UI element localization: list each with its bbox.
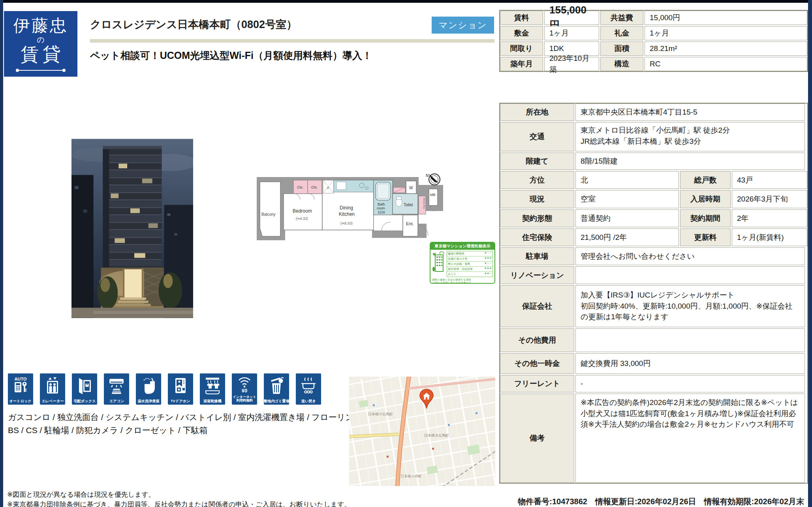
structure-label: 構造 xyxy=(600,57,643,71)
page-border-top xyxy=(0,0,812,3)
onetime-value: 鍵交換費用 33,000円 xyxy=(575,353,805,374)
certificate-title: 東京都マンション環境性能表示 xyxy=(430,243,494,250)
guarantor-value: 加入要【IRS③】IUCレジデンシャルサポート 初回契約時:40%、更新時:10… xyxy=(575,285,805,327)
table-row: その他費用 xyxy=(500,328,807,352)
icon-label-line2: 利用料無料 xyxy=(233,399,256,403)
floorplan-mb-label: MB xyxy=(430,193,436,197)
status-value: 空室 xyxy=(575,190,679,208)
contract-term-label: 契約期間 xyxy=(680,209,731,227)
cert-row-label: みどり xyxy=(447,272,481,277)
map-district-label: 日本橋小舟町 xyxy=(400,474,422,478)
tv-doorphone-icon: TVドアホン xyxy=(168,373,193,405)
cert-row-label: 建物の断熱性 xyxy=(447,251,481,256)
fee-value: 15,000円 xyxy=(645,11,807,25)
icon-label: 浴室乾燥機 xyxy=(203,399,222,403)
floors-value: 8階/15階建 xyxy=(575,153,805,170)
access-label: 交通 xyxy=(500,122,574,151)
internet-free-icon: ¥0 インターネット 利用料無料 xyxy=(232,373,257,405)
access-line2: JR総武本線「新日本橋」駅 徒歩3分 xyxy=(581,136,800,147)
freerent-label: フリーレント xyxy=(500,375,574,392)
property-type-badge: マンション xyxy=(432,17,494,34)
tokyo-environment-certificate: 東京都マンション環境性能表示 建物の断熱性★☆☆ 設備の省エネ性★★★ 再エネ設… xyxy=(430,242,495,284)
table-row: 敷金 1ヶ月 礼金 1ヶ月 xyxy=(500,26,807,40)
compass-n-label: N xyxy=(426,173,429,178)
floor-plan: Balcony Bedroom (≒4.3J) Clo. Clo. R Dini… xyxy=(256,173,446,243)
floorplan-fridge-label: R xyxy=(327,186,329,190)
access-line1: 東京メトロ日比谷線「小伝馬町」駅 徒歩2分 xyxy=(581,125,800,136)
summary-table: 賃料 155,000円 共益費 15,000円 敷金 1ヶ月 礼金 1ヶ月 間取… xyxy=(499,10,808,72)
movein-value: 2026年3月下旬 xyxy=(732,190,807,208)
table-row: 駐車場 管理会社へお問い合わせください xyxy=(500,247,807,265)
floorplan-entrance-label: Ent. xyxy=(406,221,414,226)
icon-label: 敷地内ゴミ置場 xyxy=(264,399,289,403)
floorplan-dk-label1: Dining xyxy=(340,205,353,211)
aircon-icon: エアコン xyxy=(104,373,129,405)
deposit-label: 敷金 xyxy=(500,26,543,40)
built-value: 2023年10月築 xyxy=(544,57,599,71)
table-row: その他一時金 鍵交換費用 33,000円 xyxy=(500,353,807,374)
cert-row-stars: ★★★ xyxy=(481,256,492,261)
floorplan-dk-label2: Kitchen xyxy=(339,211,355,217)
table-row: 階建て 8階/15階建 xyxy=(500,153,807,170)
renewal-value: 1ヶ月(新賃料) xyxy=(732,228,807,246)
rent-value: 155,000円 xyxy=(544,11,599,25)
cert-row-stars: ★★★ xyxy=(481,267,492,271)
details-table: 所在地 東京都中央区日本橋本町4丁目15-5 交通 東京メトロ日比谷線「小伝馬町… xyxy=(499,103,808,484)
floorplan-washer-label: W xyxy=(409,186,413,190)
location-label: 所在地 xyxy=(500,104,574,121)
footer-notes: ※図面と現況が異なる場合は現況を優先します。 ※東京都暴力団排除条例に基づき、暴… xyxy=(7,490,351,507)
fee-label: 共益費 xyxy=(600,11,643,25)
access-value: 東京メトロ日比谷線「小伝馬町」駅 徒歩2分 JR総武本線「新日本橋」駅 徒歩3分 xyxy=(575,122,805,151)
icon-label: 宅配ボックス xyxy=(73,399,96,403)
compass-icon: N xyxy=(426,173,440,185)
logo-line1: 伊藤忠 xyxy=(13,17,68,34)
floorplan-shoesbox-label: Shoes Box xyxy=(423,198,425,209)
table-row: 築年月 2023年10月築 構造 RC xyxy=(500,57,807,71)
floors-label: 階建て xyxy=(500,153,574,170)
structure-value: RC xyxy=(645,57,807,71)
table-row: 間取り 1DK 面積 28.21m² xyxy=(500,41,807,56)
autolock-top-text: AUTO xyxy=(15,377,27,381)
floorplan-bath-label1: Bath xyxy=(378,202,385,206)
other-fees-label: その他費用 xyxy=(500,328,574,352)
internet-free-glyph: ¥0 xyxy=(242,388,247,394)
area-value: 28.21m² xyxy=(645,41,807,56)
floorplan-bath-label2: room xyxy=(377,206,385,210)
contract-type-label: 契約形態 xyxy=(500,209,574,227)
floorplan-closet1-label: Clo. xyxy=(297,185,303,189)
area-label: 面積 xyxy=(600,41,643,56)
floorplan-toilet-label: Toilet xyxy=(404,203,413,207)
direction-value: 北 xyxy=(575,171,679,189)
property-info: 物件番号:10473862 情報更新日:2026年02月26日 情報有効期限:2… xyxy=(411,496,804,507)
page-border-right xyxy=(808,0,812,507)
table-row: 所在地 東京都中央区日本橋本町4丁目15-5 xyxy=(500,104,807,121)
key-money-label: 礼金 xyxy=(600,26,643,40)
garbage-area-icon: 敷地内ゴミ置場 xyxy=(264,373,289,405)
page-title: クロスレジデンス日本橋本町（0802号室） xyxy=(90,17,485,32)
built-label: 築年月 xyxy=(500,57,543,71)
table-row: 方位 北 総戸数 43戸 xyxy=(500,171,807,189)
certificate-building-icon xyxy=(432,251,445,273)
insurance-label: 住宅保険 xyxy=(500,228,574,246)
cert-row-label: 再エネ設備・電気 xyxy=(447,262,481,266)
renovation-label: リノベーション xyxy=(500,266,574,284)
map-district-label: 日本橋大伝馬町 xyxy=(424,433,449,437)
washlet-icon: 温水洗浄便座 xyxy=(136,373,161,405)
movein-label: 入居時期 xyxy=(680,190,731,208)
floorplan-dk-size: (≒5.3J) xyxy=(340,221,353,225)
logo-line3: 賃貸 xyxy=(21,45,65,64)
cert-row-label: 設備の省エネ性 xyxy=(447,256,481,261)
table-row: 現況 空室 入居時期 2026年3月下旬 xyxy=(500,190,807,208)
table-row: 賃料 155,000円 共益費 15,000円 xyxy=(500,11,807,25)
footer-note2: ※東京都暴力団排除条例に基づき、暴力団員等、反社会勢力または関係者の申込・ご入居… xyxy=(7,500,351,507)
status-label: 現況 xyxy=(500,190,574,208)
icon-label: TVドアホン xyxy=(171,399,190,403)
units-label: 総戸数 xyxy=(680,171,731,189)
amenities-list: ガスコンロ / 独立洗面台 / システムキッチン / バストイレ別 / 室内洗濯… xyxy=(8,411,367,437)
table-row: 住宅保険 21,500円 /2年 更新料 1ヶ月(新賃料) xyxy=(500,228,807,246)
cert-row-stars: ★★☆ xyxy=(481,272,492,277)
location-map: 日本橋小伝馬町 日本橋大伝馬町 日本橋小舟町 xyxy=(349,377,495,486)
renewal-label: 更新料 xyxy=(680,228,731,246)
title-underline xyxy=(90,39,494,43)
floorplan-bedroom-label: Bedroom xyxy=(293,208,312,214)
